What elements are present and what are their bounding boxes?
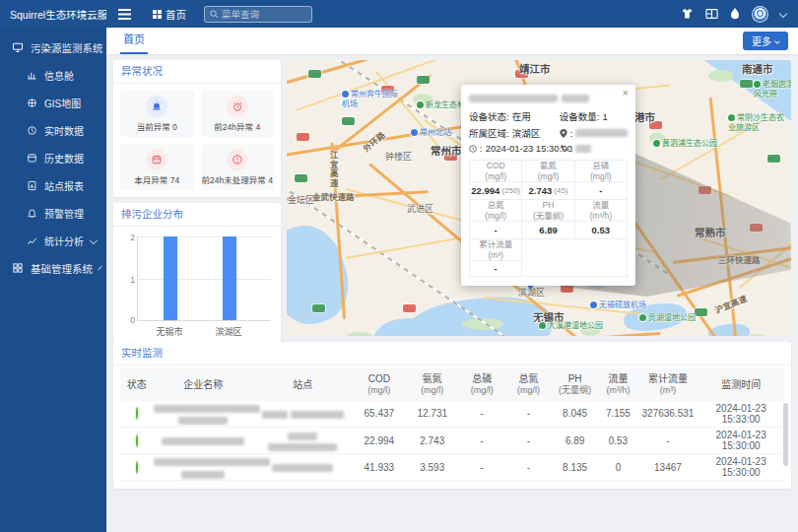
map-label: 外环路: [362, 130, 387, 154]
nh3n-value: 3.593: [406, 454, 459, 481]
sidebar-item-gis-map[interactable]: GIS地图: [0, 89, 106, 116]
metric-header: PH(无量纲): [522, 200, 574, 222]
card-label: 当前异常: [137, 122, 170, 132]
topbar: Squirrel生态环境云服务平台 首页: [0, 0, 798, 28]
chart-bar[interactable]: [164, 236, 177, 320]
map-park: [748, 334, 765, 336]
grid-icon: [153, 10, 162, 19]
tab-home[interactable]: 首页: [120, 28, 148, 54]
metric-value: 22.994(250): [470, 182, 522, 200]
map-canvas[interactable]: 靖江市南通市张家港市常州市钟楼区武进区金坛区常熟市无锡市滨湖区常州奔牛国际机场常…: [287, 60, 791, 336]
map-label: 常州北站: [411, 128, 451, 138]
flame-icon[interactable]: [730, 8, 740, 20]
user-avatar[interactable]: [752, 6, 768, 23]
map-road-badge: [403, 304, 416, 312]
abnormal-status-panel: 异常状况 当前异常 0 前24h异常 4: [113, 60, 281, 197]
total-flow-value: -: [638, 428, 698, 454]
tn-value: -: [505, 428, 552, 454]
region-value: 滨湖区: [512, 126, 541, 140]
theme-shirt-icon[interactable]: [681, 8, 694, 20]
clock-icon: [27, 125, 37, 136]
abnormal-card-24h[interactable]: 前24h异常 4: [201, 91, 275, 137]
metric-header: 氨氮(mg/l): [522, 161, 574, 182]
left-column: 异常状况 当前异常 0 前24h异常 4: [113, 60, 281, 336]
metric-header: 总氮(mg/l): [470, 200, 522, 222]
user-menu-chevron-icon[interactable]: [779, 10, 787, 18]
gridline: [138, 279, 271, 280]
modules-icon: [12, 262, 24, 274]
location-pin-icon: [560, 129, 567, 138]
close-icon[interactable]: ×: [623, 88, 629, 99]
col-total-flow: 累计流量(m³): [638, 368, 698, 401]
bar-chart: 2 1 0 无锡市 滨湖区: [137, 236, 271, 343]
table-row[interactable]: 41.933 3.593 - - 8.135 0 13467 2024-01-2…: [120, 454, 784, 481]
col-cod: COD(mg/l): [353, 368, 406, 401]
map-label: 贡湖湿地公园: [639, 313, 696, 323]
map-road-badge: [767, 155, 780, 163]
total-flow-value: 327636.531: [638, 401, 698, 428]
topbar-home-link[interactable]: 首页: [153, 7, 186, 22]
cod-value: 41.933: [353, 454, 406, 481]
search-icon: [210, 10, 219, 19]
chart-bar[interactable]: [223, 236, 236, 320]
sidebar-item-statistics[interactable]: 统计分析: [0, 227, 106, 254]
chevron-down-icon: [98, 266, 102, 271]
table-row[interactable]: 65.437 12.731 - - 8.045 7.155 327636.531…: [120, 401, 784, 428]
sidebar: 污染源监测系统 信息舱 GIS地图 实时数据 历史数据 站点报表 预警管理 统计…: [0, 28, 106, 532]
gridline: [138, 236, 271, 237]
map-road-badge: [740, 80, 753, 88]
station-name-redacted: [253, 428, 353, 454]
abnormal-card-month[interactable]: 本月异常 74: [120, 144, 194, 190]
layout-icon[interactable]: [705, 8, 718, 20]
card-label: 本月异常: [134, 175, 167, 185]
card-value: 4: [255, 122, 260, 132]
sidebar-item-pollution-monitor-system[interactable]: 污染源监测系统: [0, 33, 106, 61]
ph-value: 6.89: [552, 428, 598, 454]
station-name-redacted: [253, 401, 353, 428]
table-row[interactable]: 22.994 2.743 - - 6.89 0.53 - 2024-01-23 …: [120, 428, 784, 454]
chevron-down-icon: [90, 236, 98, 244]
enterprise-distribution-panel: 排污企业分布 2 1 0 无锡市 滨湖区: [113, 203, 281, 343]
abnormal-card-unhandled[interactable]: 前24h未处理异常 4: [201, 144, 275, 190]
col-station: 站点: [253, 368, 353, 401]
sidebar-item-base-management-system[interactable]: 基础管理系统: [0, 254, 106, 282]
sidebar-item-station-report[interactable]: 站点报表: [0, 171, 106, 199]
page-content: 异常状况 当前异常 0 前24h异常 4: [106, 54, 798, 495]
map-road-badge: [308, 70, 321, 78]
col-nh3n: 氨氮(mg/l): [406, 368, 459, 401]
map-water: [287, 216, 360, 333]
scrollbar-thumb[interactable]: [783, 403, 788, 466]
report-icon: [27, 180, 37, 191]
metric-header: 总磷(mg/l): [575, 161, 628, 182]
more-button[interactable]: 更多: [743, 32, 788, 50]
metric-header: 累计流量(m³): [470, 239, 522, 261]
map-label: 金武快速路: [312, 192, 355, 202]
sidebar-item-alert-management[interactable]: 预警管理: [0, 199, 106, 227]
sidebar-item-history-data[interactable]: 历史数据: [0, 144, 106, 171]
tab-bar: 首页 更多: [106, 28, 798, 54]
status-dot-green: [136, 434, 138, 447]
sidebar-item-realtime-data[interactable]: 实时数据: [0, 116, 106, 144]
menu-toggle-icon[interactable]: [118, 9, 131, 20]
sidebar-item-info-cabin[interactable]: 信息舱: [0, 61, 106, 89]
tp-value: -: [459, 401, 505, 428]
device-info-popup: × 设备状态: 在用 设备数量: 1 所属区域: 滨湖区 :: [461, 85, 635, 286]
topbar-home-label: 首页: [166, 7, 186, 22]
panel-title: 实时监测: [113, 342, 791, 366]
metric-value: -: [575, 182, 628, 200]
abnormal-card-current[interactable]: 当前异常 0: [120, 91, 194, 137]
map-label: 三环快速路: [718, 255, 761, 265]
address-redacted: [575, 129, 628, 137]
region-label: 所属区域:: [469, 126, 509, 140]
main-area: 首页 更多 异常状况 当前异常 0: [106, 28, 798, 532]
time-value: 2024-01-23 15:30:00: [698, 428, 784, 454]
flow-value: 0: [598, 454, 637, 481]
menu-search-box[interactable]: [204, 6, 312, 23]
realtime-table: 状态 企业名称 站点 COD(mg/l) 氨氮(mg/l) 总磷(mg/l) 总…: [120, 368, 784, 481]
map-road-badge: [750, 224, 763, 232]
search-input[interactable]: [222, 9, 306, 20]
map-label: 老烟囱滨江风光带: [754, 80, 791, 99]
map-road-badge: [698, 186, 711, 194]
ph-value: 8.135: [552, 454, 598, 481]
phone-redacted: [575, 145, 591, 153]
